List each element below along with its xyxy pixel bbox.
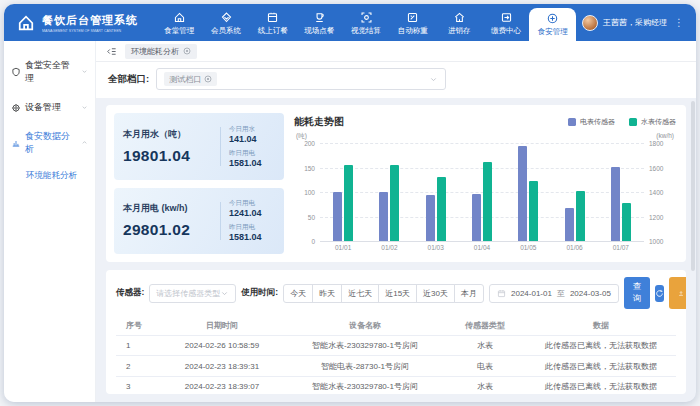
bar-水表传感器 <box>437 177 446 241</box>
bar-group <box>366 143 412 241</box>
export-icon <box>678 289 684 298</box>
top-header: 餐饮后台管理系统 MANAGEMENT SYSTEM OF SMART CANT… <box>4 4 696 41</box>
bar-group <box>505 143 551 241</box>
chevron-down-icon <box>81 104 88 111</box>
quick-range-button[interactable]: 近七天 <box>341 284 379 303</box>
bar-电表传感器 <box>518 146 527 241</box>
legend-item[interactable]: 电表传感器 <box>568 117 615 127</box>
nav-item-auto-weigh[interactable]: 自动称重 <box>389 4 436 41</box>
search-button[interactable]: 查询 <box>624 277 651 309</box>
sensor-filter-label: 传感器: <box>116 287 144 299</box>
sidebar-subitem[interactable]: 环境能耗分析 <box>4 164 95 188</box>
bar-电表传感器 <box>333 192 342 241</box>
tab-bar: 环境能耗分析 <box>96 41 696 62</box>
nav-item-label: 食堂管理 <box>164 26 194 36</box>
table-cell: 3 <box>116 376 158 394</box>
nav-item-online-order[interactable]: 线上订餐 <box>249 4 296 41</box>
refresh-button[interactable] <box>655 285 664 302</box>
bar-group <box>413 143 459 241</box>
sidebar-item[interactable]: 食堂安全管理 <box>4 51 95 93</box>
axis-tick: 50 <box>308 213 315 220</box>
online-order-icon <box>266 11 279 24</box>
export-button[interactable]: 导出 <box>669 277 686 309</box>
table-cell: 1 <box>116 336 158 356</box>
chevron-up-icon <box>81 138 88 148</box>
quick-range-button[interactable]: 近15天 <box>378 284 417 303</box>
chevron-up-icon <box>81 139 88 146</box>
nav-item-inventory[interactable]: 进销存 <box>436 4 483 41</box>
nav-item-payment[interactable]: 缴费中心 <box>483 4 530 41</box>
table-header: 数据 <box>526 316 676 336</box>
legend-item[interactable]: 水表传感器 <box>629 117 676 127</box>
query-row: 传感器: 请选择传感器类型 使用时间: 今天昨天近七天近15天近30天本月 20… <box>116 277 676 309</box>
x-tick-label: 01/04 <box>459 241 505 254</box>
user-menu-dots-icon[interactable]: ⋮ <box>672 17 686 28</box>
quick-range-button[interactable]: 近30天 <box>416 284 455 303</box>
vision-checkout-icon <box>360 11 373 24</box>
x-tick-label: 01/03 <box>413 241 459 254</box>
bar-电表传感器 <box>472 194 481 241</box>
stall-tag-close-icon[interactable] <box>204 75 212 83</box>
quick-range-button[interactable]: 今天 <box>283 284 313 303</box>
safety-icon <box>11 67 21 77</box>
app-window: 餐饮后台管理系统 MANAGEMENT SYSTEM OF SMART CANT… <box>4 4 696 402</box>
table-cell: 智能水表-230329780-1号房间 <box>286 376 444 394</box>
bar-水表传感器 <box>344 165 353 241</box>
user-name: 王茜茜，采购经理 <box>603 17 667 28</box>
nav-item-onsite-order[interactable]: 现场点餐 <box>296 4 343 41</box>
nav-item-label: 视觉结算 <box>351 26 381 36</box>
sidebar-item[interactable]: 设备管理 <box>4 93 95 122</box>
logo-house-icon <box>16 13 36 33</box>
bar-水表传感器 <box>529 181 538 241</box>
table-header: 传感器类型 <box>444 316 526 336</box>
refresh-icon <box>655 289 664 298</box>
menu-fold-icon[interactable] <box>106 46 117 57</box>
legend-label: 水表传感器 <box>641 117 676 127</box>
sidebar-item[interactable]: 食安数据分析 <box>4 122 95 164</box>
app-subtitle: MANAGEMENT SYSTEM OF SMART CANTEEN <box>42 28 128 33</box>
table-cell: 智能水表-230329780-1号房间 <box>286 336 444 356</box>
nav-item-label: 会员系统 <box>211 26 241 36</box>
table-cell: 智能电表-28730-1号房间 <box>286 356 444 376</box>
bar-group <box>598 143 644 241</box>
stall-filter-label: 全部档口: <box>108 73 149 86</box>
nav-item-vision-checkout[interactable]: 视觉结算 <box>343 4 390 41</box>
stat-title: 本月用电 (kw/h) <box>123 202 212 215</box>
bar-电表传感器 <box>565 208 574 241</box>
chevron-down-icon <box>220 284 229 302</box>
nav-item-label: 缴费中心 <box>491 26 521 36</box>
tab-close-icon[interactable] <box>183 47 191 55</box>
nav-item-member[interactable]: 会员系统 <box>203 4 250 41</box>
right-y-axis: 18001600140012001000 <box>644 143 676 241</box>
bar-电表传感器 <box>611 167 620 241</box>
x-tick-label: 01/07 <box>598 241 644 254</box>
axis-tick: 150 <box>304 164 315 171</box>
nav-item-food-safety[interactable]: 食安管理 <box>529 8 576 41</box>
top-nav: 食堂管理会员系统线上订餐现场点餐视觉结算自动称重进销存缴费中心食安管理 <box>156 4 576 41</box>
stat-detail-value: 1581.04 <box>229 158 275 168</box>
vertical-scrollbar[interactable] <box>691 101 695 271</box>
bar-电表传感器 <box>379 192 388 241</box>
left-y-axis: 200150100500 <box>294 143 320 241</box>
table-cell: 此传感器已离线，无法获取数据 <box>526 356 676 376</box>
stall-tag: 测试档口 <box>164 72 217 86</box>
quick-range-button[interactable]: 本月 <box>454 284 484 303</box>
quick-range-button[interactable]: 昨天 <box>312 284 342 303</box>
stat-value: 29801.02 <box>123 221 212 239</box>
nav-item-canteen[interactable]: 食堂管理 <box>156 4 203 41</box>
stat-detail-value: 1241.04 <box>229 208 275 218</box>
nav-item-label: 食安管理 <box>538 27 568 37</box>
bar-group <box>459 143 505 241</box>
axis-tick: 0 <box>311 238 315 245</box>
stat-detail-value: 141.04 <box>229 134 275 144</box>
date-range-picker[interactable]: 2024-01-01 至 2024-03-05 <box>489 284 619 303</box>
legend-swatch <box>568 118 576 126</box>
stall-select[interactable]: 测试档口 <box>156 68 446 90</box>
analysis-icon <box>11 138 21 148</box>
sensor-type-select[interactable]: 请选择传感器类型 <box>149 284 236 303</box>
stat-detail-label: 今日用水 <box>229 125 275 134</box>
nav-item-label: 线上订餐 <box>258 26 288 36</box>
tab-environment-energy[interactable]: 环境能耗分析 <box>125 44 197 59</box>
x-tick-label: 01/05 <box>505 241 551 254</box>
bar-水表传感器 <box>622 203 631 241</box>
